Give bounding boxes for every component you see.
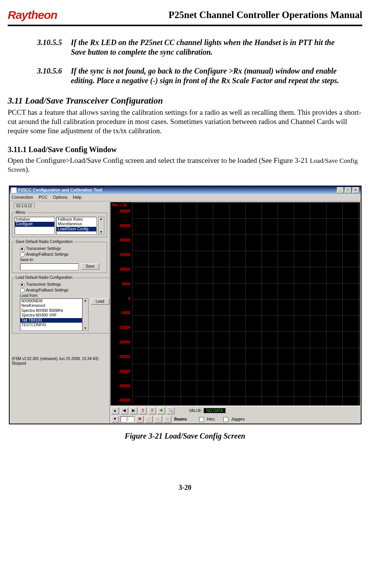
radio-label: Analog/Fallback Settings — [26, 252, 69, 257]
tb-up-icon[interactable]: ▲ — [111, 407, 119, 414]
radio-label: Transceiver Settings — [26, 282, 61, 287]
value-label: VALUE: — [189, 409, 203, 414]
app-icon — [11, 188, 17, 193]
beams-label: Beams — [173, 417, 189, 422]
ip-tab[interactable]: 10.1.0.12 — [13, 203, 35, 209]
ytick: -10000 — [118, 325, 130, 330]
tb-strike-icon[interactable]: ✖ — [136, 416, 144, 423]
tb-zoom-icon[interactable]: 🔍 — [167, 407, 174, 414]
tb-arrow-down-icon[interactable]: ↓ — [145, 416, 153, 423]
tb-push-down-icon[interactable]: ↧ — [148, 407, 156, 414]
menu-pcc[interactable]: PCC — [39, 195, 47, 200]
menu-left-list[interactable]: Initialise Configure — [15, 217, 55, 235]
save-button[interactable]: Save — [81, 263, 100, 270]
save-to-input[interactable] — [20, 263, 79, 270]
list-item[interactable]: NewKenwood — [20, 303, 82, 308]
ytick: -15000 — [118, 340, 130, 345]
ytick: -35000 — [118, 398, 130, 403]
list-item[interactable]: Spectra MX800 VHF — [20, 313, 82, 318]
jagges-checkbox[interactable] — [223, 417, 228, 422]
tb-left-icon[interactable]: ◀ — [121, 407, 128, 414]
load-file-list[interactable]: MX800NEW NewKenwood Spectra MX800 800MHz… — [20, 298, 82, 331]
minimize-button[interactable]: _ — [337, 187, 344, 193]
beam-number-input[interactable]: 0 — [121, 416, 134, 422]
radio-icon — [20, 252, 25, 257]
radio-label: Analog/Fallback Settings — [26, 288, 69, 293]
hex-checkbox[interactable] — [199, 417, 204, 422]
tb-plus-icon[interactable]: ✚ — [157, 407, 165, 414]
document-title: P25net Channel Controller Operations Man… — [169, 9, 362, 21]
menubar: Connection PCC Options Help — [10, 194, 361, 201]
section-3-11-title: 3.11 Load/Save Transceiver Configuration — [8, 95, 362, 107]
step-3-10-5-5: 3.10.5.5 If the Rx LED on the P25net CC … — [37, 38, 362, 57]
menu-options[interactable]: Options — [53, 195, 67, 200]
jagges-label: Jagges — [231, 417, 244, 422]
ytick: 25000 — [120, 224, 131, 229]
figure-caption: Figure 3-21 Load/Save Config Screen — [8, 431, 362, 441]
ytick: -20000 — [118, 355, 130, 360]
close-button[interactable]: × — [352, 187, 359, 193]
load-radio-transceiver[interactable]: Transceiver Settings — [20, 282, 109, 287]
radio-icon — [20, 283, 25, 287]
plot-toolbar-row2: ▼ 0 ✖ ↓ ← → Beams Hex. Jagges — [110, 415, 361, 424]
body-text-pre: Open the Configure>Load/Save Config scre… — [8, 156, 310, 164]
step-number: 3.10.5.6 — [37, 66, 71, 85]
plot-toolbar-row1: ▲ ◀ ▶ ↥ ↧ ✚ 🔍 VALUE: NO DATA — [110, 406, 361, 415]
header-rule — [8, 25, 362, 26]
list-item[interactable]: TESTCONFIG — [20, 323, 82, 328]
right-pane: Hor.= 10 30000 25000 20000 15000 10000 5… — [110, 201, 361, 424]
step-number: 3.10.5.5 — [37, 38, 71, 57]
ytick: 10000 — [120, 267, 131, 272]
ytick: 20000 — [120, 238, 131, 243]
list-item[interactable]: Spectra MX800 800MHz — [20, 308, 82, 313]
save-group-legend: Save Default Radio Configuration — [15, 240, 74, 245]
list-item[interactable]: Initialise — [15, 217, 55, 222]
save-radio-transceiver[interactable]: Transceiver Settings — [20, 246, 104, 251]
plot-area: Hor.= 10 30000 25000 20000 15000 10000 5… — [110, 202, 360, 405]
plot-grid[interactable] — [132, 202, 360, 405]
tb-arrow-left-icon[interactable]: ← — [154, 416, 162, 423]
load-group-legend: Load Default Radio Configuration — [15, 275, 74, 280]
load-button[interactable]: Load — [91, 298, 109, 305]
list-item[interactable]: Fallback Rules — [57, 217, 96, 222]
menu-connection[interactable]: Connection — [12, 195, 33, 200]
pcct-app-window: P25CC Configuration and Calibration Tool… — [9, 186, 362, 424]
ytick: 0 — [128, 297, 131, 302]
window-title: P25CC Configuration and Calibration Tool — [18, 188, 102, 193]
value-readout: NO DATA — [204, 408, 226, 413]
menu-group: Menu Initialise Configure Fallback Rules… — [12, 210, 107, 237]
tb-right-icon[interactable]: ▶ — [130, 407, 137, 414]
subsection-3-11-1-title: 3.11.1 Load/Save Config Window — [8, 145, 362, 154]
menu-list-scrollbar[interactable]: ▲▼ — [98, 217, 104, 235]
menu-group-legend: Menu — [15, 210, 27, 215]
subsection-3-11-1-body: Open the Configure>Load/Save Config scre… — [8, 156, 362, 174]
list-item[interactable]: Miscellaneous — [57, 222, 96, 227]
load-radio-analog[interactable]: Analog/Fallback Settings — [20, 288, 109, 293]
menu-right-list[interactable]: Fallback Rules Miscellaneous Load/Save C… — [56, 217, 97, 235]
menu-help[interactable]: Help — [73, 195, 82, 200]
window-controls: _ □ × — [337, 187, 359, 193]
ytick: 15000 — [120, 253, 131, 258]
ytick: -25000 — [118, 369, 130, 374]
left-pane: 10.1.0.12 Menu Initialise Configure Fall… — [10, 201, 110, 424]
list-item[interactable]: MX800NEW — [20, 299, 82, 304]
list-item[interactable]: Configure — [15, 222, 55, 227]
y-axis-ticks: Hor.= 10 30000 25000 20000 15000 10000 5… — [110, 202, 132, 405]
tb-push-up-icon[interactable]: ↥ — [139, 407, 147, 414]
save-radio-analog[interactable]: Analog/Fallback Settings — [20, 252, 104, 257]
radio-icon — [20, 288, 25, 293]
save-config-group: Save Default Radio Configuration Transce… — [12, 240, 107, 273]
list-item[interactable]: Load/Save Config — [57, 227, 96, 232]
ytick: -30000 — [118, 384, 130, 389]
section-3-11-body: PCCT has a feature that allows saving th… — [8, 108, 362, 135]
list-item[interactable]: Tait TB8100 — [20, 318, 82, 323]
hex-label: Hex. — [207, 417, 216, 422]
tb-arrow-right-icon[interactable]: → — [164, 416, 171, 423]
page-header: Raytheon P25net Channel Controller Opera… — [8, 8, 362, 22]
page-number: 3-20 — [8, 483, 362, 492]
ytick: -5000 — [121, 311, 131, 316]
tb-down-icon[interactable]: ▼ — [111, 416, 119, 423]
file-list-scrollbar[interactable]: ▲▼ — [82, 298, 89, 331]
radio-label: Transceiver Settings — [26, 246, 61, 251]
maximize-button[interactable]: □ — [345, 187, 352, 193]
